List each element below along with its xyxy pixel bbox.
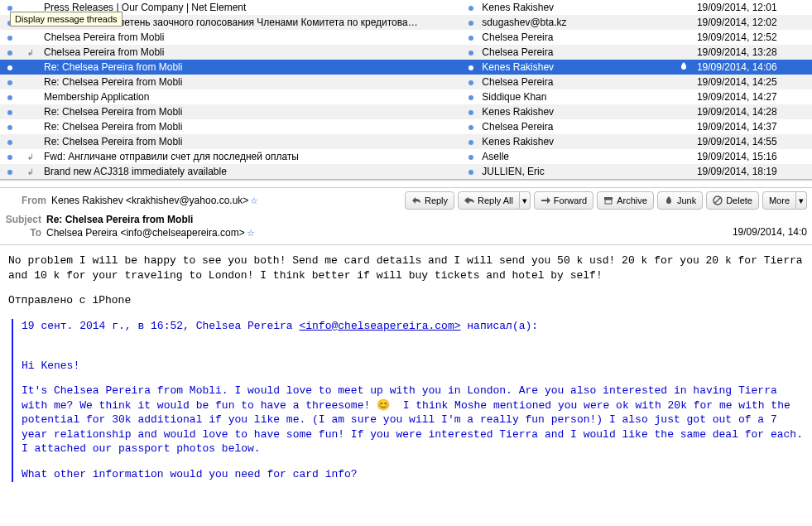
junk-icon (664, 195, 674, 205)
row-from: Kenes Rakishev (478, 134, 673, 149)
archive-button[interactable]: Archive (597, 191, 654, 210)
chevron-down-icon: ▾ (522, 195, 527, 206)
row-flag (673, 89, 694, 104)
dot-icon (468, 21, 473, 26)
row-date: 19/09/2014, 15:16 (694, 149, 812, 164)
dot-icon (468, 6, 473, 11)
body-signature: Отправлено с iPhone (8, 293, 804, 308)
row-flag (673, 149, 694, 164)
header-timestamp: 19/09/2014, 14:0 (733, 226, 807, 238)
more-menu[interactable]: ▾ (796, 191, 807, 210)
unread-dot-icon (7, 6, 12, 11)
unread-dot-icon (7, 140, 12, 145)
dot-icon (468, 80, 473, 85)
forward-button[interactable]: Forward (534, 191, 593, 210)
row-from: Chelsea Pereira (478, 30, 673, 45)
forward-icon (541, 195, 550, 205)
from-value[interactable]: Kenes Rakishev <krakhishev@yahoo.co.uk>☆ (51, 195, 258, 206)
reply-icon (411, 195, 421, 205)
message-row[interactable]: Re: Chelsea Pereira from MobliChelsea Pe… (0, 119, 812, 134)
to-label: To (0, 227, 46, 239)
archive-icon (603, 195, 613, 205)
body-paragraph: No problem I will be happy to see you bo… (8, 253, 804, 282)
dot-icon (468, 51, 473, 55)
row-subject: Fwd: Англичане отправили счет для послед… (41, 149, 464, 164)
reply-all-icon (464, 195, 474, 205)
unread-dot-icon (7, 125, 12, 130)
quote-paragraph: What other information would you need fo… (22, 467, 804, 482)
star-icon[interactable]: ☆ (250, 195, 258, 205)
unread-dot-icon (7, 36, 12, 41)
thread-icon (27, 166, 34, 177)
row-from: Chelsea Pereira (478, 75, 673, 89)
message-list[interactable]: Press Releases | Our Company | Net Eleme… (0, 0, 812, 179)
subject-value: Re: Chelsea Pereira from Mobli (46, 214, 193, 225)
row-date: 19/09/2014, 13:28 (694, 45, 812, 60)
dot-icon (468, 110, 473, 115)
unread-dot-icon (7, 170, 12, 175)
junk-button[interactable]: Junk (657, 191, 703, 210)
message-row[interactable]: Re: Chelsea Pereira from MobliKenes Raki… (0, 104, 812, 119)
unread-dot-icon (7, 51, 12, 55)
svg-line-3 (714, 197, 721, 204)
row-subject: Re: Chelsea Pereira from Mobli (41, 104, 464, 119)
dot-icon (468, 36, 473, 41)
action-toolbar: Reply Reply All ▾ Forward Archive Junk D… (405, 191, 807, 210)
unread-dot-icon (7, 155, 12, 160)
message-row[interactable]: Re: Chelsea Pereira from MobliKenes Raki… (0, 60, 812, 75)
row-from: sdugashev@bta.kz (478, 15, 673, 30)
reply-all-button[interactable]: Reply All (458, 191, 520, 210)
row-date: 19/09/2014, 18:19 (694, 164, 812, 179)
thread-icon (27, 151, 34, 162)
dot-icon (468, 170, 473, 175)
row-flag (673, 164, 694, 179)
quoted-message: 19 сент. 2014 г., в 16:52, Chelsea Perei… (12, 319, 804, 482)
quote-email-link[interactable]: <info@chelseapereira.com> (299, 320, 460, 332)
row-flag (673, 75, 694, 89)
row-from: Kenes Rakishev (478, 0, 673, 15)
row-date: 19/09/2014, 12:52 (694, 30, 812, 45)
message-header: From Kenes Rakishev <krakhishev@yahoo.co… (0, 188, 812, 245)
message-row[interactable]: Chelsea Pereira from MobliChelsea Pereir… (0, 45, 812, 60)
message-row[interactable]: Fwd: Англичане отправили счет для послед… (0, 149, 812, 164)
message-row[interactable]: Re: Chelsea Pereira from MobliChelsea Pe… (0, 75, 812, 89)
row-from: Chelsea Pereira (478, 119, 673, 134)
row-date: 19/09/2014, 14:27 (694, 89, 812, 104)
dot-icon (468, 65, 473, 70)
row-subject: Re: Chelsea Pereira from Mobli (41, 119, 464, 134)
dot-icon (468, 155, 473, 160)
dot-icon (468, 95, 473, 100)
row-subject: Chelsea Pereira from Mobli (41, 45, 464, 60)
message-row[interactable]: Membership ApplicationSiddique Khan19/09… (0, 89, 812, 104)
star-icon[interactable]: ☆ (247, 228, 255, 238)
svg-rect-1 (605, 200, 612, 204)
unread-dot-icon (7, 110, 12, 115)
pane-divider[interactable] (0, 180, 812, 188)
row-subject: Re: Chelsea Pereira from Mobli (41, 60, 464, 75)
row-subject: Re: Chelsea Pereira from Mobli (41, 75, 464, 89)
message-body: No problem I will be happy to see you bo… (0, 245, 812, 501)
message-row[interactable]: Brand new ACJ318 immediately availableJU… (0, 164, 812, 179)
thread-icon (27, 46, 34, 58)
row-date: 19/09/2014, 14:55 (694, 134, 812, 149)
row-from: JULLIEN, Eric (478, 164, 673, 179)
row-date: 19/09/2014, 14:37 (694, 119, 812, 134)
unread-dot-icon (7, 80, 12, 85)
more-button[interactable]: More (762, 191, 796, 210)
quote-paragraph: Hi Kenes! (22, 359, 804, 374)
row-date: 19/09/2014, 12:02 (694, 15, 812, 30)
row-flag (673, 60, 694, 75)
reply-all-menu[interactable]: ▾ (520, 191, 531, 210)
delete-button[interactable]: Delete (706, 191, 759, 210)
subject-label: Subject (0, 214, 46, 225)
message-row[interactable]: Re: Chelsea Pereira from MobliKenes Raki… (0, 134, 812, 149)
reply-button[interactable]: Reply (405, 191, 454, 210)
row-subject: Chelsea Pereira from Mobli (41, 30, 464, 45)
dot-icon (468, 140, 473, 145)
row-subject: Membership Application (41, 89, 464, 104)
message-row[interactable]: Chelsea Pereira from MobliChelsea Pereir… (0, 30, 812, 45)
unread-dot-icon (7, 95, 12, 100)
quote-paragraph: It's Chelsea Pereira from Mobli. I would… (22, 384, 804, 456)
row-flag (673, 45, 694, 60)
to-value[interactable]: Chelsea Pereira <info@chelseapereira.com… (46, 227, 255, 239)
